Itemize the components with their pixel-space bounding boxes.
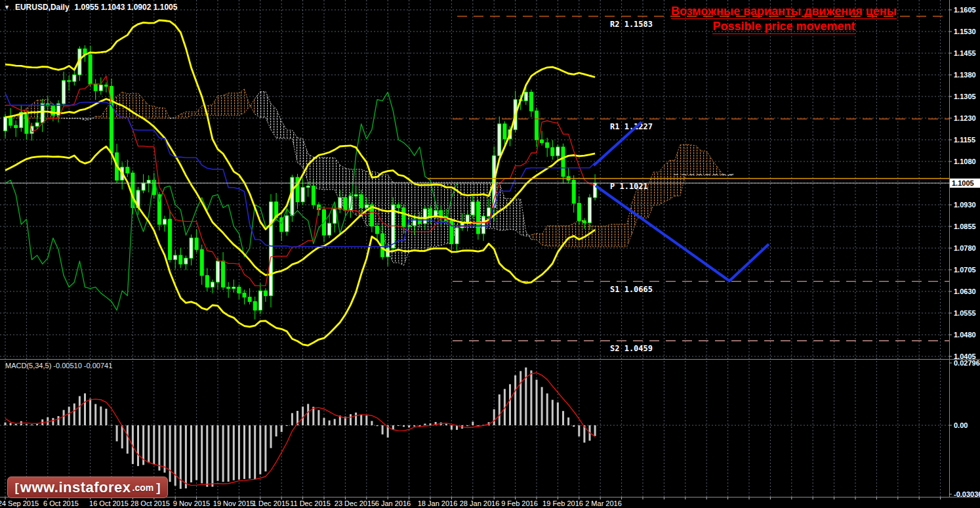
svg-text:6 Jan 2016: 6 Jan 2016 <box>375 499 411 507</box>
svg-text:1.1605: 1.1605 <box>954 6 976 14</box>
svg-text:19 Feb 2016: 19 Feb 2016 <box>542 499 583 507</box>
svg-text:-0.03036: -0.03036 <box>954 490 980 498</box>
svg-text:1.1455: 1.1455 <box>954 49 976 57</box>
svg-text:6 Oct 2015: 6 Oct 2015 <box>43 499 79 507</box>
watermark-text: www.instaforex <box>20 479 131 496</box>
svg-text:16 Oct 2015: 16 Oct 2015 <box>89 499 129 507</box>
svg-text:9 Nov 2015: 9 Nov 2015 <box>173 499 210 507</box>
ohlc-values: 1.0955 1.1043 1.0902 1.1005 <box>75 3 178 12</box>
svg-text:S2 1.0459: S2 1.0459 <box>610 344 653 353</box>
svg-text:1.0705: 1.0705 <box>954 266 976 274</box>
svg-text:28 Oct 2015: 28 Oct 2015 <box>131 499 170 507</box>
svg-text:9 Feb 2016: 9 Feb 2016 <box>501 499 538 507</box>
symbol-period-label: EURUSD,Daily <box>15 3 70 12</box>
svg-text:1.0480: 1.0480 <box>954 331 976 339</box>
chart-svg: R2 1.1583R1 1.1227P 1.1021S1 1.0665S2 1.… <box>0 0 980 508</box>
svg-text:S1 1.0665: S1 1.0665 <box>610 285 653 294</box>
svg-text:23 Dec 2015: 23 Dec 2015 <box>335 499 375 507</box>
chart-canvas[interactable]: R2 1.1583R1 1.1227P 1.1021S1 1.0665S2 1.… <box>0 0 980 508</box>
svg-text:1.1155: 1.1155 <box>954 136 975 144</box>
svg-text:1.1080: 1.1080 <box>954 158 976 165</box>
svg-text:1.0555: 1.0555 <box>954 309 976 317</box>
annotation-line-en: Possible price movement <box>712 20 855 34</box>
svg-text:1.1230: 1.1230 <box>954 114 976 122</box>
svg-text:19 Nov 2015: 19 Nov 2015 <box>213 499 254 507</box>
svg-text:1.1305: 1.1305 <box>954 93 976 100</box>
svg-text:11 Dec 2015: 11 Dec 2015 <box>290 499 331 507</box>
svg-text:P 1.1021: P 1.1021 <box>610 182 648 191</box>
mt4-chart-window: R2 1.1583R1 1.1227P 1.1021S1 1.0665S2 1.… <box>0 0 980 508</box>
svg-text:1.0855: 1.0855 <box>954 222 976 230</box>
svg-text:24 Sep 2015: 24 Sep 2015 <box>0 499 39 507</box>
svg-text:0.00: 0.00 <box>954 421 968 429</box>
annotation-line-ru: Возможные варианты движения цены <box>671 5 897 19</box>
dropdown-triangle-icon[interactable]: ▼ <box>4 3 10 11</box>
current-price-tag: 1.1005 <box>950 179 980 188</box>
svg-text:2 Mar 2016: 2 Mar 2016 <box>585 499 622 507</box>
annotation-text: Возможные варианты движения цены Possibl… <box>630 4 938 34</box>
svg-text:1.0780: 1.0780 <box>954 244 976 252</box>
svg-text:1.0930: 1.0930 <box>954 201 976 209</box>
svg-text:28 Jan 2016: 28 Jan 2016 <box>460 499 500 507</box>
svg-text:1 Dec 2015: 1 Dec 2015 <box>253 499 289 507</box>
instaforex-watermark: [ www.instaforex .com ] <box>7 476 168 498</box>
chart-title: ▼ EURUSD,Daily 1.0955 1.1043 1.0902 1.10… <box>4 3 177 12</box>
svg-text:1.1380: 1.1380 <box>954 71 976 79</box>
watermark-domain: .com <box>133 482 154 493</box>
svg-text:1.1530: 1.1530 <box>954 28 976 35</box>
svg-text:18 Jan 2016: 18 Jan 2016 <box>418 499 458 507</box>
macd-indicator-label: MACD(5,34,5) -0.00510 -0.00741 <box>5 362 112 370</box>
watermark-bracket-left: [ <box>14 480 18 495</box>
svg-text:1.0630: 1.0630 <box>954 287 976 295</box>
svg-text:0.02796: 0.02796 <box>954 359 980 367</box>
watermark-bracket-right: ] <box>156 480 160 495</box>
